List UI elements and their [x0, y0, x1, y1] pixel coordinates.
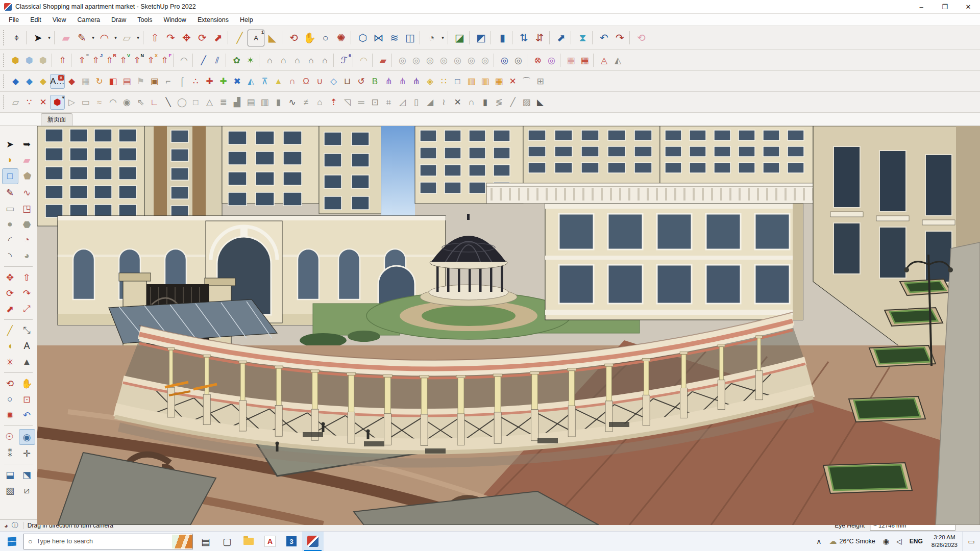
loop-blue-tool[interactable]: ◎ [498, 54, 511, 67]
slope-tool[interactable]: ╱ [506, 95, 520, 109]
zoom-tool[interactable]: ○ [3, 392, 18, 407]
mesh-arrow-tool[interactable]: ◬ [597, 54, 611, 67]
ribbon-tool-2[interactable]: ⋔ [396, 74, 409, 88]
line-blue-tool[interactable]: ╱ [197, 54, 210, 67]
menu-draw[interactable]: Draw [106, 15, 132, 24]
style-panel-tool[interactable]: ▮ [495, 30, 510, 46]
ne-arrow-tool[interactable]: ⬈ [553, 30, 569, 46]
circle-tool[interactable]: ● [3, 217, 18, 232]
warehouse-tool[interactable]: ⬡ [355, 30, 371, 46]
arc3-tool[interactable]: ◝ [3, 248, 18, 263]
x-small-tool[interactable]: ✕ [506, 74, 520, 88]
gable-tool[interactable]: ⌂ [313, 95, 327, 109]
arc-tool[interactable]: ◜ [3, 233, 18, 247]
poly-rect-tool[interactable]: ▭ [79, 95, 92, 109]
b-green-tool[interactable]: B [368, 74, 382, 88]
mesh-red-tool[interactable]: ▦ [578, 54, 592, 67]
zoom-edit-tool[interactable]: ⌖ [9, 30, 24, 46]
box-wire-tool[interactable]: □ [189, 95, 203, 109]
rotate-tool[interactable]: ⟳ [3, 286, 18, 300]
text-tool[interactable]: A1 [248, 30, 264, 46]
notification-center-button[interactable]: ▭ [962, 532, 980, 551]
polygon-tool[interactable]: ⬣ [19, 217, 35, 232]
pan-tool[interactable]: ✋ [19, 376, 35, 391]
section-fill-tool[interactable]: ▧ [3, 483, 18, 498]
max3d-button[interactable]: 3 [281, 532, 302, 551]
diamond-hash-tool[interactable]: ◆ [9, 74, 22, 88]
ribbon-tool-1[interactable]: ⋔ [382, 74, 396, 88]
zoom-tool[interactable]: ○ [317, 30, 333, 46]
box-tan-tool[interactable]: ⬢ [36, 54, 50, 67]
roof-tool[interactable]: ⌂ [290, 54, 304, 67]
mesh-gem-tool[interactable]: ◭ [611, 54, 625, 67]
c-swirl-tool[interactable]: ↺ [354, 74, 368, 88]
box-brown-tool[interactable]: ▣ [148, 74, 161, 88]
account-caret[interactable]: ▾ [439, 30, 446, 46]
tray-expand-button[interactable]: ∧ [813, 532, 825, 551]
protractor-tool[interactable]: ◖ [3, 339, 18, 354]
store-button[interactable]: ▢ [216, 532, 238, 551]
ribbon-curve-tool[interactable]: ≈ [92, 95, 106, 109]
toolbar-grip[interactable] [3, 54, 7, 67]
select-tool[interactable]: ➤ [3, 137, 18, 152]
dark-roof-tool[interactable]: ◣ [533, 95, 547, 109]
blob-tool[interactable]: ◯ [175, 95, 189, 109]
sort-up-tool[interactable]: ⇅ [516, 30, 532, 46]
hatch-tool[interactable]: ▨ [520, 95, 533, 109]
clock[interactable]: 3:20 AM 8/26/2023 [927, 534, 962, 549]
loop-tool-1[interactable]: ◎ [396, 54, 409, 67]
push-pull-tool[interactable]: ⇧ [19, 270, 35, 285]
house-add-tool[interactable]: ⌂ [304, 54, 318, 67]
acrobat-button[interactable]: A [259, 532, 281, 551]
text-3d-tool[interactable]: ▲ [19, 355, 35, 369]
rotated-rect-tool[interactable]: ◳ [19, 201, 35, 216]
line-caret[interactable]: ▾ [90, 30, 96, 46]
chart-tool[interactable]: ▟ [230, 95, 244, 109]
model-viewport[interactable] [37, 126, 980, 519]
lasso-tool[interactable]: ➥ [19, 137, 35, 152]
file-explorer-button[interactable] [238, 532, 259, 551]
arrow-j-tool[interactable]: ⇧J [89, 54, 103, 67]
minimize-button[interactable]: – [910, 0, 933, 13]
pencil-tool[interactable]: ✎ [3, 185, 18, 200]
arrow-up-red-tool[interactable]: ⇡ [327, 95, 340, 109]
rectangle-tool[interactable]: ▱ [119, 30, 135, 46]
push-pull-tool[interactable]: ⇧ [147, 30, 163, 46]
layers-tool[interactable]: ≋ [386, 30, 402, 46]
taskbar-search[interactable]: ○ Type here to search [23, 534, 193, 549]
rectangle-caret[interactable]: ▾ [135, 30, 141, 46]
house-open-tool[interactable]: ⌂ [263, 54, 277, 67]
menu-view[interactable]: View [47, 15, 72, 24]
line-tool[interactable]: ✎ [74, 30, 90, 46]
move-tool[interactable]: ✥ [179, 30, 194, 46]
fog-toggle[interactable]: ◩ [473, 30, 489, 46]
rectangle-tool[interactable]: ▭ [3, 201, 18, 216]
loop-tool-4[interactable]: ◎ [437, 54, 451, 67]
offset-tool[interactable]: ⤢ [19, 302, 35, 316]
leaf-tool[interactable]: ✿ [230, 54, 243, 67]
scene-tab[interactable]: 新页面 [41, 113, 72, 126]
diamond-gold-tool[interactable]: ◆ [36, 74, 50, 88]
wall-stripe-tool-2[interactable]: ▥ [258, 95, 272, 109]
orbit-tool[interactable]: ⟲ [286, 30, 302, 46]
loop-purple-tool[interactable]: ◎ [545, 54, 558, 67]
plank-tool-2[interactable]: ▥ [478, 74, 492, 88]
walk-tool[interactable]: ⁑ [3, 446, 18, 461]
diamond-outline-tool[interactable]: ◇ [327, 74, 340, 88]
pipe-tool[interactable]: ≀ [437, 95, 451, 109]
info-icon[interactable]: ⓘ [12, 521, 18, 530]
grid-orange-tool[interactable]: ▦ [492, 74, 506, 88]
axis-arrow-tool[interactable]: ⇧ [56, 54, 69, 67]
text-tool[interactable]: A [19, 339, 35, 354]
dome-wire-tool[interactable]: ◠ [106, 95, 120, 109]
menu-tools[interactable]: Tools [132, 15, 158, 24]
follow-me-tool[interactable]: ↷ [163, 30, 179, 46]
arc-caret[interactable]: ▾ [112, 30, 119, 46]
loop-red-a-tool[interactable]: ∩ [285, 74, 299, 88]
gem-gold-tool[interactable]: ◈ [423, 74, 437, 88]
loop-tool-7[interactable]: ◎ [478, 54, 492, 67]
box-yellow-tool[interactable]: ⬢ [9, 54, 22, 67]
text-style-plugin[interactable]: A…✕ [50, 74, 65, 89]
start-button[interactable] [0, 532, 23, 551]
network-button[interactable]: ◉ [879, 532, 893, 551]
